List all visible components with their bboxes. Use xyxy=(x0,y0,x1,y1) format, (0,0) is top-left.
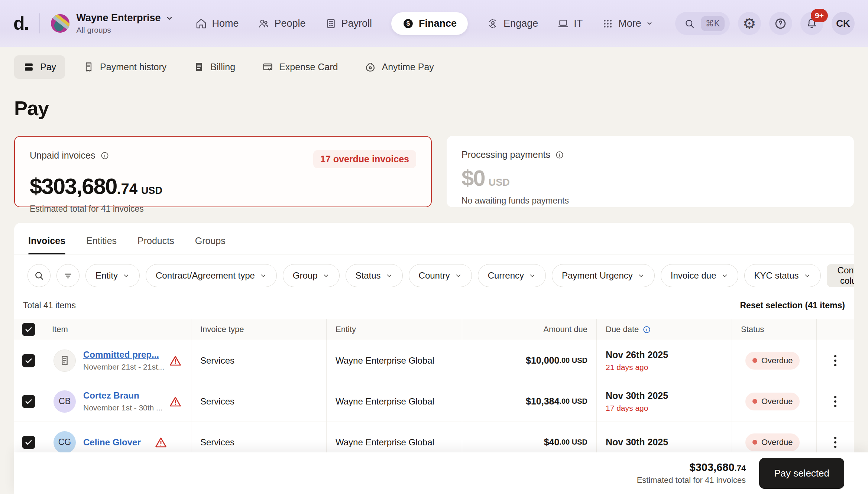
row-checkbox[interactable] xyxy=(22,436,35,449)
nav-item-home[interactable]: Home xyxy=(195,18,239,29)
filter-payment-urgency[interactable]: Payment Urgency xyxy=(552,264,655,287)
status-badge: Overdue xyxy=(745,393,800,410)
unpaid-card-title: Unpaid invoices xyxy=(30,150,95,161)
tab-invoices[interactable]: Invoices xyxy=(28,235,65,254)
subnav-item-pay[interactable]: Pay xyxy=(14,55,65,79)
filter-invoice-due[interactable]: Invoice due xyxy=(661,264,738,287)
subnav-item-billing[interactable]: Billing xyxy=(184,55,244,79)
column-header-invoice-type: Invoice type xyxy=(191,319,327,340)
svg-text:$: $ xyxy=(407,20,410,27)
column-header-item: Item xyxy=(43,319,191,340)
row-menu-button[interactable] xyxy=(830,351,840,370)
filter-contract-type[interactable]: Contract/Agreement type xyxy=(146,264,277,287)
invoices-panel: Invoices Entities Products Groups Entity… xyxy=(14,223,854,491)
configure-columns-button[interactable]: Configure columns xyxy=(827,264,854,287)
subnav-item-anytime-pay[interactable]: Anytime Pay xyxy=(356,55,443,79)
subnav-item-expense-card[interactable]: Expense Card xyxy=(253,55,347,79)
company-selector[interactable]: Wayne Enterprise All groups xyxy=(51,12,173,35)
invoice-avatar xyxy=(54,350,76,372)
search-filter-button[interactable] xyxy=(27,264,51,287)
subnav-item-payment-history[interactable]: Payment history xyxy=(74,55,175,79)
processing-caption: No awaiting funds payments xyxy=(461,196,839,206)
chevron-down-icon xyxy=(804,272,811,279)
nav-item-engage[interactable]: Engage xyxy=(487,18,538,29)
nav-label: IT xyxy=(574,18,583,29)
chevron-down-icon xyxy=(123,272,130,279)
amount-due: $10,000 xyxy=(526,355,559,366)
status-dot xyxy=(752,358,757,363)
tab-products[interactable]: Products xyxy=(137,235,174,254)
pay-card-icon xyxy=(23,61,35,73)
amount-due-minor: .00 USD xyxy=(559,356,587,365)
status-label: Overdue xyxy=(761,356,793,365)
home-icon xyxy=(195,18,207,29)
total-items-label: Total 41 items xyxy=(23,300,76,311)
filter-currency[interactable]: Currency xyxy=(478,264,546,287)
filter-label: Invoice due xyxy=(671,270,716,281)
pay-selected-button[interactable]: Pay selected xyxy=(759,458,844,489)
engage-icon xyxy=(487,18,499,29)
info-icon[interactable] xyxy=(642,325,651,334)
warning-triangle-icon xyxy=(169,354,182,367)
settings-button[interactable]: ⚙ xyxy=(738,12,761,35)
row-checkbox[interactable] xyxy=(22,354,35,367)
row-menu-button[interactable] xyxy=(830,392,840,411)
status-badge: Overdue xyxy=(745,352,800,370)
nav-item-more[interactable]: More xyxy=(602,18,653,29)
amount-due-minor: .00 USD xyxy=(559,438,587,446)
expense-card-icon xyxy=(262,61,273,73)
nav-item-payroll[interactable]: Payroll xyxy=(325,18,372,29)
processing-payments-card: Processing payments $0USD No awaiting fu… xyxy=(447,136,854,207)
nav-item-finance[interactable]: $ Finance xyxy=(391,12,468,35)
unpaid-amount-cents: .74 xyxy=(117,181,137,197)
due-date: Nov 26th 2025 xyxy=(606,350,668,360)
help-button[interactable] xyxy=(769,12,792,35)
status-label: Overdue xyxy=(761,397,793,406)
chevron-down-icon xyxy=(260,272,267,279)
notifications-button[interactable]: 9+ xyxy=(800,12,823,35)
invoice-link[interactable]: Committed prep... xyxy=(83,350,155,360)
people-icon xyxy=(258,18,269,29)
finance-icon: $ xyxy=(402,18,414,29)
deel-logo[interactable]: d. xyxy=(13,13,28,34)
info-icon[interactable] xyxy=(555,150,564,159)
table-header: Item Invoice type Entity Amount due Due … xyxy=(14,319,854,340)
company-avatar xyxy=(51,14,69,33)
nav-item-people[interactable]: People xyxy=(258,18,305,29)
filter-country[interactable]: Country xyxy=(409,264,472,287)
processing-card-title: Processing payments xyxy=(461,149,550,160)
row-checkbox[interactable] xyxy=(22,395,35,408)
nav-label: Payroll xyxy=(341,18,372,29)
chevron-down-icon xyxy=(721,272,728,279)
filter-bar: Entity Contract/Agreement type Group Sta… xyxy=(14,254,854,287)
nav-item-it[interactable]: IT xyxy=(557,18,583,29)
tab-entities[interactable]: Entities xyxy=(86,235,117,254)
filter-status[interactable]: Status xyxy=(346,264,403,287)
global-search[interactable]: ⌘K xyxy=(675,12,730,35)
filter-label: Entity xyxy=(95,270,118,281)
top-bar: d. Wayne Enterprise All groups Home Peop… xyxy=(0,0,868,47)
user-avatar[interactable]: CK xyxy=(832,12,855,35)
filter-group[interactable]: Group xyxy=(283,264,340,287)
info-icon[interactable] xyxy=(100,151,109,160)
filter-kyc-status[interactable]: KYC status xyxy=(744,264,821,287)
filter-label: Contract/Agreement type xyxy=(156,270,255,281)
invoice-link[interactable]: Cortez Braun xyxy=(83,390,155,401)
company-scope: All groups xyxy=(76,26,173,35)
filter-button[interactable] xyxy=(56,264,80,287)
warning-triangle-icon xyxy=(154,436,168,449)
pay-action-bar: $303,680.74 Estimated total for 41 invoi… xyxy=(14,452,868,494)
chevron-down-icon xyxy=(638,272,645,279)
chevron-down-icon xyxy=(386,272,393,279)
column-header-due-date: Due date xyxy=(597,319,732,340)
row-menu-button[interactable] xyxy=(830,433,840,452)
top-actions: ⌘K ⚙ 9+ CK xyxy=(675,12,855,35)
tab-groups[interactable]: Groups xyxy=(195,235,226,254)
invoice-link[interactable]: Celine Glover xyxy=(83,437,141,448)
reset-selection-link[interactable]: Reset selection (41 items) xyxy=(740,300,845,311)
chevron-down-icon xyxy=(646,20,653,27)
filter-entity[interactable]: Entity xyxy=(85,264,140,287)
select-all-checkbox[interactable] xyxy=(22,323,35,336)
subnav-label: Expense Card xyxy=(279,62,338,72)
filter-label: Currency xyxy=(488,270,524,281)
